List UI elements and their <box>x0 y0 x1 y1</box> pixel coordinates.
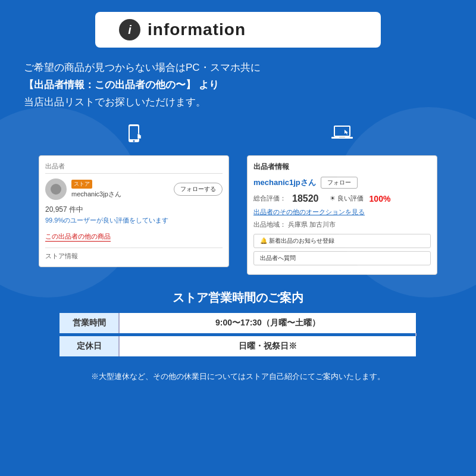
pc-rating-num: 18520 <box>292 193 319 204</box>
hours-value-2: 日曜・祝祭日※ <box>119 336 416 356</box>
pc-rating-label: 総合評価： <box>253 194 286 203</box>
mobile-device-icon <box>123 123 145 149</box>
desc-line3: 当店出品リストでお探しいただけます。 <box>24 94 452 111</box>
info-icon: i <box>119 19 140 40</box>
svg-rect-6 <box>339 137 345 137</box>
pc-seller-name: mechanic1jpさん <box>253 177 316 188</box>
footer-note: ※大型連休など、その他の休業日についてはストア自己紹介にてご案内いたします。 <box>91 371 385 383</box>
pc-device-icon <box>330 123 354 149</box>
info-header: i information <box>95 12 381 48</box>
hours-table: 営業時間 9:00〜17:30（月曜〜土曜） 定休日 日曜・祝祭日※ <box>60 313 416 356</box>
desc-line2: 【出品者情報：この出品者の他の〜】 より <box>24 77 452 94</box>
svg-rect-1 <box>130 126 138 139</box>
hours-value-1: 9:00〜17:30（月曜〜土曜） <box>119 313 416 333</box>
svg-point-2 <box>133 140 135 142</box>
info-title: information <box>148 20 246 39</box>
hours-title: ストア営業時間のご案内 <box>18 290 458 306</box>
hours-section: ストア営業時間のご案内 営業時間 9:00〜17:30（月曜〜土曜） 定休日 日… <box>18 290 458 356</box>
hours-label-2: 定休日 <box>60 336 119 356</box>
mobile-follow-btn[interactable]: フォローする <box>174 183 223 196</box>
hours-row-1: 営業時間 9:00〜17:30（月曜〜土曜） <box>60 313 416 333</box>
description-block: ご希望の商品が見つからない場合はPC・スマホ共に 【出品者情報：この出品者の他の… <box>18 60 458 111</box>
hours-row-2: 定休日 日曜・祝祭日※ <box>60 336 416 356</box>
desc-line1: ご希望の商品が見つからない場合はPC・スマホ共に <box>24 60 452 77</box>
main-container: i information ご希望の商品が見つからない場合はPC・スマホ共に 【… <box>0 0 476 476</box>
hours-label-1: 営業時間 <box>60 313 119 333</box>
